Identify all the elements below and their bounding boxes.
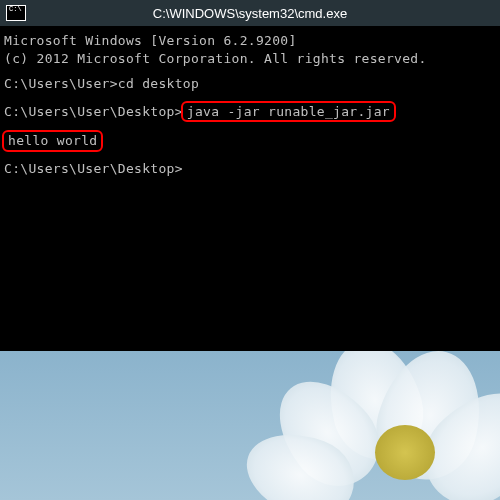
window-title: C:\WINDOWS\system32\cmd.exe [153,6,347,21]
java-command-highlight: java -jar runable_jar.jar [181,101,396,123]
title-bar[interactable]: C:\ C:\WINDOWS\system32\cmd.exe [0,0,500,26]
version-line: Microsoft Windows [Version 6.2.9200] [4,32,496,50]
output-line: hello world [4,130,496,152]
command-cd: cd desktop [118,76,199,91]
prompt-line-1: C:\Users\User>cd desktop [4,75,496,93]
output-text: hello world [8,133,97,148]
prompt-1: C:\Users\User> [4,76,118,91]
command-java: java -jar runable_jar.jar [187,104,390,119]
terminal-window[interactable]: Microsoft Windows [Version 6.2.9200] (c)… [0,26,500,351]
prompt-2: C:\Users\User\Desktop> [4,104,183,119]
cmd-icon: C:\ [6,5,26,21]
prompt-3: C:\Users\User\Desktop> [4,161,183,176]
prompt-line-3: C:\Users\User\Desktop> [4,160,496,178]
prompt-line-2: C:\Users\User\Desktop>java -jar runable_… [4,101,496,123]
output-highlight: hello world [2,130,103,152]
copyright-line: (c) 2012 Microsoft Corporation. All righ… [4,50,496,68]
